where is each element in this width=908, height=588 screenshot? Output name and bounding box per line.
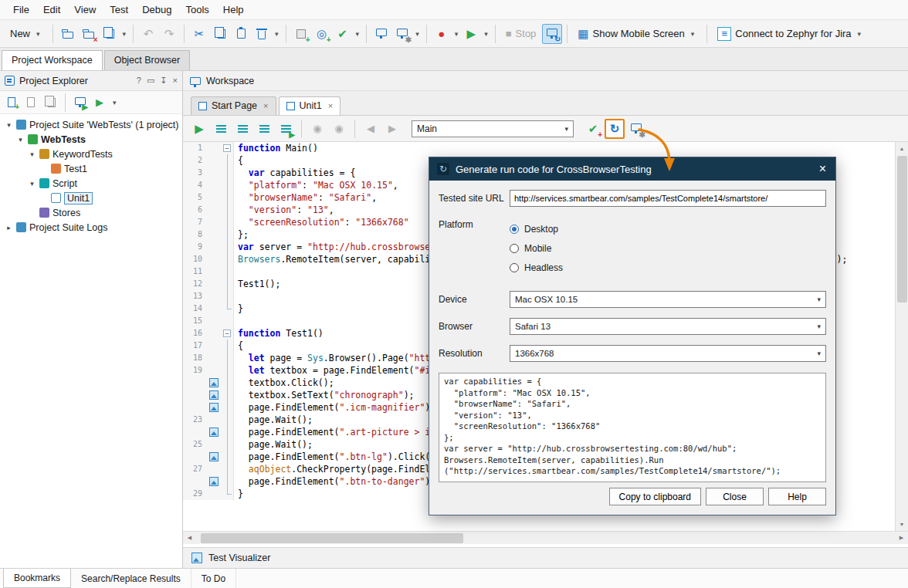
panel-close-icon[interactable]: × [173,76,178,86]
tree-node-unit1[interactable]: Unit1 [0,191,182,205]
panel-float-icon[interactable]: ▭ [147,76,154,86]
pe-run-project-icon[interactable]: ▶ [91,94,108,111]
zephyr-chevron-icon[interactable]: ▾ [855,30,864,38]
generate-run-code-icon[interactable]: ↻ [605,119,625,139]
tree-node-stores[interactable]: Stores [0,205,182,220]
pe-copy-item-icon[interactable] [42,94,59,111]
delete-menu-chevron-icon[interactable]: ▾ [273,30,281,38]
menu-item-test[interactable]: Test [103,2,135,18]
test-visualizer-bar[interactable]: Test Visualizer [183,547,908,568]
device-select[interactable]: Mac OSX 10.15 ▾ [510,291,826,308]
visualizer-frame-icon[interactable] [209,390,219,400]
browser-select[interactable]: Safari 13 ▾ [510,318,826,335]
visualizer-frame-icon[interactable] [209,378,219,387]
eye-icon-1[interactable]: ◉ [307,119,327,139]
editor-options-icon[interactable]: ✱ [626,119,646,139]
visualizer-frame-icon[interactable] [209,403,219,412]
save-all-icon[interactable] [100,24,120,44]
resolution-select[interactable]: 1366x768 ▾ [510,345,826,362]
outline-icon-1[interactable] [211,119,231,139]
outline-icon-3[interactable] [254,119,274,139]
expand-arrow-icon[interactable]: ▸ [5,224,13,231]
pe-run-chevron-icon[interactable]: ▾ [110,99,119,106]
run-chevron-icon[interactable]: ▾ [482,30,490,38]
tree-node-script[interactable]: ▾Script [0,176,182,191]
fold-collapse-icon[interactable]: − [223,144,231,152]
menu-item-file[interactable]: File [6,2,36,18]
checkpoints-icon[interactable]: ✔ [333,24,353,44]
menu-item-debug[interactable]: Debug [135,2,178,18]
dialog-titlebar[interactable]: ↻ Generate run code for CrossBrowserTest… [429,157,835,181]
expand-arrow-icon[interactable]: ▾ [28,180,36,188]
open-file-icon[interactable] [58,24,78,44]
tree-node-keywordtests[interactable]: ▾KeywordTests [0,147,182,161]
visualizer-frame-icon[interactable] [209,477,219,486]
tree-node-project-suite-logs[interactable]: ▸Project Suite Logs [0,220,182,235]
mobile-chevron-icon[interactable]: ▾ [689,30,697,38]
vertical-scroll-thumb[interactable] [897,156,907,302]
tab-to-do[interactable]: To Do [191,569,236,588]
menu-item-edit[interactable]: Edit [36,2,67,18]
scroll-right-icon[interactable]: ▶ [895,532,908,544]
fold-collapse-icon[interactable]: − [223,329,231,337]
dialog-close-icon[interactable]: × [818,163,828,175]
menu-item-view[interactable]: View [67,2,103,18]
tree-node-test1[interactable]: Test1 [0,161,182,176]
menu-item-help[interactable]: Help [216,2,251,18]
add-new-item-icon[interactable]: + [291,24,311,44]
visualizer-frame-icon[interactable] [209,427,219,437]
visualizer-frame-icon[interactable] [209,452,219,461]
undo-icon[interactable]: ↶ [138,24,158,44]
close-button[interactable]: Close [706,488,764,505]
run-to-line-icon[interactable]: ▶ [276,119,296,139]
connect-zephyr-button[interactable]: ≡ Connect to Zephyr for Jira ▾ [712,24,869,44]
vertical-scrollbar[interactable]: ▲ ▼ [895,142,908,531]
help-button[interactable]: Help [768,488,826,505]
pe-run-selected-icon[interactable]: ▶ [72,94,89,111]
close-file-icon[interactable]: × [79,24,99,44]
web-testing-icon[interactable]: ◎+ [312,24,332,44]
copy-icon[interactable] [210,24,230,44]
object-spy-icon[interactable] [371,24,391,44]
paste-icon[interactable] [231,24,251,44]
menu-item-tools[interactable]: Tools [178,2,215,18]
panel-help-icon[interactable]: ? [137,76,141,86]
scroll-left-icon[interactable]: ◀ [183,532,196,544]
pe-new-item-icon[interactable] [22,94,39,111]
run-current-routine-icon[interactable]: ▶ [189,119,209,139]
record-test-icon[interactable]: ● [432,24,452,44]
pe-add-item-icon[interactable]: + [3,94,20,111]
tree-node-project-suite-webtests-1-project[interactable]: ▾Project Suite 'WebTests' (1 project) [0,117,182,132]
copy-to-clipboard-button[interactable]: Copy to clipboard [609,488,701,505]
tree-node-webtests[interactable]: ▾WebTests [0,132,182,147]
code-line-1[interactable]: 1−function Main() [183,142,895,154]
tab-search-replace-results[interactable]: Search/Replace Results [71,569,191,588]
tab-close-icon[interactable]: × [262,101,268,110]
scroll-down-icon[interactable]: ▼ [896,518,908,531]
panel-pin-icon[interactable]: ↧ [160,76,167,86]
scroll-up-icon[interactable]: ▲ [896,142,908,155]
tab-object-browser[interactable]: Object Browser [104,50,190,70]
platform-mobile-radio[interactable]: Mobile [510,238,563,258]
routine-combo[interactable]: Main ▾ [412,120,574,137]
checkpoints-chevron-icon[interactable]: ▾ [354,30,362,38]
stop-button[interactable]: ■ Stop [500,24,542,44]
redo-icon[interactable]: ↷ [159,24,179,44]
record-chevron-icon[interactable]: ▾ [452,30,461,38]
tools-chevron-icon[interactable]: ▾ [413,30,422,38]
horizontal-scroll-thumb[interactable] [201,533,463,543]
platform-desktop-radio[interactable]: Desktop [510,219,563,238]
expand-arrow-icon[interactable]: ▾ [5,121,13,129]
doc-tab-start-page[interactable]: Start Page × [191,96,276,115]
visualizer-toggle-icon[interactable]: ↻ [542,24,562,44]
eye-icon-2[interactable]: ◉ [329,119,349,139]
delete-icon[interactable] [252,24,272,44]
navigate-forward-icon[interactable]: ▶ [382,119,402,139]
save-menu-chevron-icon[interactable]: ▾ [120,30,129,38]
tab-bookmarks[interactable]: Bookmarks [3,569,71,588]
navigate-back-icon[interactable]: ◀ [361,119,381,139]
syntax-check-icon[interactable]: ✔+ [583,119,603,139]
platform-headless-radio[interactable]: Headless [510,258,563,277]
expand-arrow-icon[interactable]: ▾ [16,136,25,144]
cut-icon[interactable]: ✂ [189,24,209,44]
